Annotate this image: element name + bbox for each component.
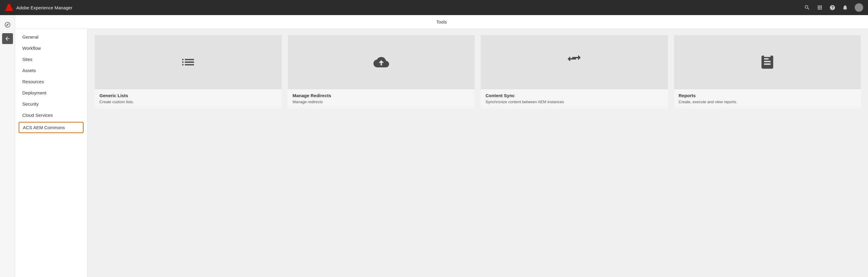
nav-item-deployment[interactable]: Deployment <box>15 87 87 99</box>
content-area: General Workflow Sites Assets Resources … <box>15 29 868 277</box>
card-generic-lists-title: Generic Lists <box>99 93 277 98</box>
help-icon[interactable] <box>830 4 835 10</box>
apps-icon[interactable] <box>817 4 823 10</box>
card-manage-redirects-info: Manage Redirects Manage redirects <box>288 89 475 108</box>
card-reports-image <box>674 35 861 89</box>
card-content-sync-image <box>481 35 668 89</box>
card-generic-lists-image <box>95 35 282 89</box>
card-reports-info: Reports Create, execute and view reports… <box>674 89 861 108</box>
search-icon[interactable] <box>804 4 810 10</box>
app-title: Adobe Experience Manager <box>16 5 72 10</box>
main-content: Tools General Workflow Sites Assets Reso… <box>15 15 868 277</box>
sidebar-back-button[interactable] <box>2 33 13 44</box>
redirects-icon <box>373 54 389 70</box>
sidebar-compass-button[interactable] <box>2 19 13 30</box>
app-logo: Adobe Experience Manager <box>5 4 804 11</box>
card-content-sync-info: Content Sync Synchronize content between… <box>481 89 668 108</box>
nav-item-sites[interactable]: Sites <box>15 54 87 65</box>
card-reports[interactable]: Reports Create, execute and view reports… <box>674 35 861 108</box>
topbar: Adobe Experience Manager <box>0 0 868 15</box>
page-titlebar: Tools <box>15 15 868 29</box>
topbar-actions <box>804 3 863 12</box>
cards-grid: Generic Lists Create custom lists. <box>95 35 861 108</box>
adobe-logo-icon <box>5 4 13 11</box>
card-generic-lists[interactable]: Generic Lists Create custom lists. <box>95 35 282 108</box>
nav-item-resources[interactable]: Resources <box>15 76 87 87</box>
card-content-sync-desc: Synchronize content between AEM instance… <box>486 99 663 105</box>
card-reports-desc: Create, execute and view reports. <box>679 99 856 105</box>
nav-item-security[interactable]: Security <box>15 99 87 110</box>
nav-item-cloud-services[interactable]: Cloud Services <box>15 110 87 121</box>
nav-item-acs-aem-commons[interactable]: ACS AEM Commons <box>19 122 84 133</box>
cards-area: Generic Lists Create custom lists. <box>87 29 868 277</box>
notifications-icon[interactable] <box>842 4 848 10</box>
user-avatar[interactable] <box>855 3 863 12</box>
sync-icon <box>566 54 582 70</box>
card-generic-lists-desc: Create custom lists. <box>99 99 277 105</box>
app-layout: Tools General Workflow Sites Assets Reso… <box>0 15 868 277</box>
card-reports-title: Reports <box>679 93 856 98</box>
card-manage-redirects-desc: Manage redirects <box>293 99 470 105</box>
card-content-sync-title: Content Sync <box>486 93 663 98</box>
reports-icon <box>760 54 775 70</box>
nav-item-general[interactable]: General <box>15 31 87 43</box>
left-nav: General Workflow Sites Assets Resources … <box>15 29 87 277</box>
card-generic-lists-info: Generic Lists Create custom lists. <box>95 89 282 108</box>
nav-item-assets[interactable]: Assets <box>15 65 87 76</box>
list-icon <box>180 54 196 70</box>
page-title: Tools <box>436 19 447 24</box>
card-manage-redirects-image <box>288 35 475 89</box>
nav-item-workflow[interactable]: Workflow <box>15 43 87 54</box>
card-manage-redirects[interactable]: Manage Redirects Manage redirects <box>288 35 475 108</box>
icon-sidebar <box>0 15 15 277</box>
card-manage-redirects-title: Manage Redirects <box>293 93 470 98</box>
card-content-sync[interactable]: Content Sync Synchronize content between… <box>481 35 668 108</box>
